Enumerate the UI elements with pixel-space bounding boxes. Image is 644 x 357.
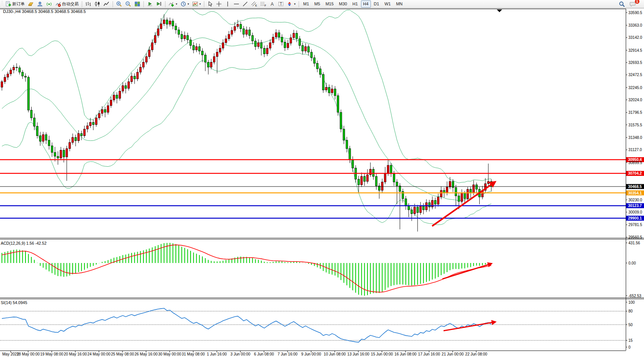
tab-timeframe-m1[interactable]: M1 xyxy=(301,0,311,8)
candle-down xyxy=(33,118,35,126)
fibonacci-tool-button[interactable]: F xyxy=(259,0,267,8)
candle-down xyxy=(346,140,348,148)
price-chart[interactable]: 30950.430704.230468.530354.130123.729900… xyxy=(0,0,644,357)
periods-button[interactable]: ▾ xyxy=(179,0,190,8)
candle-down xyxy=(63,150,65,157)
toolbar-separator xyxy=(204,1,204,7)
candle-up xyxy=(143,62,145,67)
text-icon: A xyxy=(269,1,275,7)
crosshair-icon xyxy=(216,1,222,7)
arrows-tool-button[interactable]: ▾ xyxy=(286,0,297,8)
time-tick-label: 1 Jun 16:00 xyxy=(207,352,227,356)
tab-timeframe-w1[interactable]: W1 xyxy=(382,0,393,8)
vertical-line-tool-button[interactable] xyxy=(224,0,232,8)
channel-tool-button[interactable]: E xyxy=(250,0,258,8)
candle-up xyxy=(213,57,215,62)
candle-down xyxy=(358,179,359,185)
chevron-down-icon: ▾ xyxy=(294,2,296,6)
gold-box-icon xyxy=(28,1,34,7)
zoom-in-button[interactable] xyxy=(115,0,123,8)
template-icon xyxy=(192,1,198,7)
price-badge-label: 29900.1 xyxy=(628,216,642,220)
cursor-tool-button[interactable] xyxy=(206,0,214,8)
candle-down xyxy=(313,58,315,64)
tab-timeframe-mn[interactable]: MN xyxy=(394,0,405,8)
candle-down xyxy=(320,69,321,75)
tab-timeframe-d1[interactable]: D1 xyxy=(372,0,382,8)
bar-chart-button[interactable] xyxy=(84,0,92,8)
text-tool-button[interactable]: A xyxy=(268,0,276,8)
candle-down xyxy=(337,96,339,112)
time-tick-label: 18 May 00:00 xyxy=(17,352,40,356)
auto-scroll-button[interactable] xyxy=(146,0,154,8)
price-badge-label: 30354.1 xyxy=(628,191,642,195)
candle-up xyxy=(122,86,124,91)
candlestick-chart-button[interactable] xyxy=(93,0,102,8)
toolbar-grip[interactable] xyxy=(2,1,3,7)
candle-up xyxy=(446,187,448,193)
rsi-axis-label: 15 xyxy=(628,338,633,343)
notifications-button[interactable]: 1 xyxy=(628,0,637,8)
tab-timeframe-m30[interactable]: M30 xyxy=(337,0,349,8)
time-tick-label: 31 May 08:00 xyxy=(182,352,205,356)
line-chart-button[interactable] xyxy=(102,0,111,8)
candle-up xyxy=(246,30,248,35)
candle-up xyxy=(287,43,289,48)
trendline-tool-button[interactable] xyxy=(241,0,249,8)
candle-down xyxy=(199,46,200,51)
tab-timeframe-m15[interactable]: M15 xyxy=(323,0,336,8)
candle-up xyxy=(86,126,88,129)
indicators-add-icon xyxy=(169,1,175,7)
indicators-button[interactable]: ▾ xyxy=(167,0,178,8)
signal-button[interactable] xyxy=(45,0,53,8)
auto-trading-icon xyxy=(55,1,61,7)
chart-area[interactable]: 30950.430704.230468.530354.130123.729900… xyxy=(0,0,644,357)
candle-down xyxy=(251,35,253,41)
candle-down xyxy=(48,140,50,146)
tab-timeframe-h4[interactable]: H4 xyxy=(361,0,371,8)
price-tick-label: 29560.5 xyxy=(628,235,642,239)
new-order-button[interactable]: 新订单 xyxy=(4,0,26,8)
trendline-icon xyxy=(242,1,248,7)
time-tick-label: 6 Jun 08:00 xyxy=(254,352,274,356)
auto-trading-button[interactable]: 自动交易 xyxy=(54,0,80,8)
time-tick-label: 21 Jun 00:00 xyxy=(442,352,464,356)
gold-box-button[interactable] xyxy=(27,0,35,8)
candle-up xyxy=(325,87,327,90)
mt4-window: 30950.430704.230468.530354.130123.729900… xyxy=(0,0,644,357)
search-button[interactable] xyxy=(618,0,626,8)
candle-down xyxy=(92,123,94,125)
price-tick-label: 33142.0 xyxy=(628,35,642,40)
candle-up xyxy=(160,24,162,29)
candle-down xyxy=(408,206,410,210)
candle-up xyxy=(210,62,212,67)
time-tick-label: 9 Jun 00:00 xyxy=(301,352,321,356)
candle-up xyxy=(145,57,147,62)
auto-trading-label: 自动交易 xyxy=(62,1,79,7)
time-tick-label: 15 Jun 00:00 xyxy=(371,352,393,356)
profile-button[interactable] xyxy=(36,0,44,8)
candle-up xyxy=(369,169,371,175)
candle-up xyxy=(60,150,62,158)
svg-text:T: T xyxy=(280,2,282,6)
candle-up xyxy=(440,190,442,197)
horizontal-line-tool-button[interactable] xyxy=(232,0,240,8)
time-tick-label: 24 May 00:00 xyxy=(87,352,111,356)
candle-up xyxy=(89,123,91,126)
tab-timeframe-h1[interactable]: H1 xyxy=(350,0,360,8)
candle-down xyxy=(375,177,377,186)
tab-timeframe-m5[interactable]: M5 xyxy=(312,0,322,8)
zoom-out-button[interactable] xyxy=(124,0,132,8)
chart-shift-button[interactable] xyxy=(155,0,163,8)
text-label-tool-button[interactable]: T xyxy=(277,0,285,8)
crosshair-tool-button[interactable] xyxy=(215,0,223,8)
tile-windows-button[interactable] xyxy=(133,0,142,8)
candle-down xyxy=(322,75,324,90)
candle-down xyxy=(54,153,56,156)
candle-up xyxy=(66,148,68,157)
candle-up xyxy=(487,182,489,184)
horizontal-line-icon xyxy=(234,1,239,7)
svg-text:F: F xyxy=(265,4,266,7)
price-tick-label: 29781.5 xyxy=(628,223,642,227)
templates-button[interactable]: ▾ xyxy=(191,0,202,8)
